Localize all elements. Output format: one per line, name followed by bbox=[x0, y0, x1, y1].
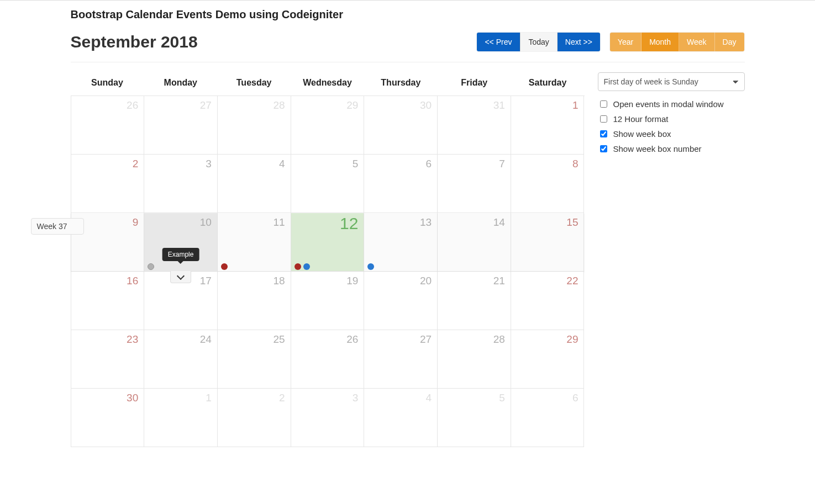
day-number: 23 bbox=[127, 333, 138, 346]
calendar-day-cell[interactable]: 5 bbox=[291, 155, 365, 213]
day-number: 27 bbox=[200, 99, 212, 112]
event-dot[interactable] bbox=[367, 263, 374, 270]
prev-button[interactable]: << Prev bbox=[477, 33, 520, 51]
option-checkbox[interactable] bbox=[600, 145, 607, 152]
event-dots bbox=[367, 263, 374, 270]
sidebar: First day of week is Sunday Open events … bbox=[598, 72, 745, 156]
event-dot[interactable] bbox=[295, 263, 301, 270]
weekday-header: Friday bbox=[438, 72, 511, 96]
day-number: 5 bbox=[353, 158, 359, 170]
calendar-day-cell[interactable]: 8 bbox=[511, 155, 585, 213]
day-number: 19 bbox=[346, 275, 358, 287]
day-number: 26 bbox=[127, 99, 138, 112]
calendar-day-cell[interactable]: 5 bbox=[438, 389, 511, 447]
calendar-day-cell[interactable]: 3 bbox=[144, 155, 218, 213]
event-dot[interactable] bbox=[303, 263, 310, 270]
calendar-day-cell[interactable]: 31 bbox=[438, 96, 511, 155]
today-button[interactable]: Today bbox=[520, 33, 557, 51]
calendar-day-cell[interactable]: 30 bbox=[364, 96, 438, 155]
calendar-day-cell[interactable]: 30 bbox=[71, 389, 145, 447]
day-number: 4 bbox=[279, 158, 285, 170]
day-number: 20 bbox=[420, 275, 432, 287]
calendar-day-cell[interactable]: 12 bbox=[291, 213, 365, 272]
calendar-day-cell[interactable]: 3 bbox=[291, 389, 365, 447]
calendar-day-cell[interactable]: 6 bbox=[364, 155, 438, 213]
day-number: 30 bbox=[420, 99, 432, 112]
week-number-tag[interactable]: Week 37 bbox=[31, 218, 84, 235]
calendar-day-cell[interactable]: 1 bbox=[144, 389, 218, 447]
calendar-day-cell[interactable]: 2 bbox=[71, 155, 145, 213]
day-number: 2 bbox=[133, 158, 139, 170]
event-tooltip: Example bbox=[162, 248, 199, 261]
calendar-day-cell[interactable]: 16 bbox=[71, 272, 145, 330]
option-checkbox[interactable] bbox=[600, 130, 607, 137]
calendar-day-cell[interactable]: 28 bbox=[218, 96, 291, 155]
event-dot[interactable] bbox=[148, 263, 154, 270]
calendar-day-cell[interactable]: 24 bbox=[144, 330, 218, 389]
view-year-button[interactable]: Year bbox=[610, 33, 642, 51]
option-item[interactable]: Show week box number bbox=[598, 141, 745, 156]
calendar-day-cell[interactable]: 6 bbox=[511, 389, 585, 447]
calendar-day-cell[interactable]: 13 bbox=[364, 213, 438, 272]
calendar-day-cell[interactable]: 4 bbox=[364, 389, 438, 447]
view-week-button[interactable]: Week bbox=[679, 33, 715, 51]
first-day-select[interactable]: First day of week is Sunday bbox=[598, 72, 745, 91]
next-button[interactable]: Next >> bbox=[558, 33, 600, 51]
chevron-down-icon bbox=[177, 272, 185, 280]
day-number: 21 bbox=[493, 275, 505, 287]
calendar-day-cell[interactable]: 29 bbox=[291, 96, 365, 155]
calendar-day-cell[interactable]: 21 bbox=[438, 272, 511, 330]
day-number: 18 bbox=[274, 275, 285, 287]
day-number: 26 bbox=[346, 333, 358, 346]
calendar-day-cell[interactable]: 4 bbox=[218, 155, 291, 213]
event-dot[interactable] bbox=[221, 263, 228, 270]
view-day-button[interactable]: Day bbox=[715, 33, 744, 51]
calendar-day-cell[interactable]: 20 bbox=[364, 272, 438, 330]
option-checkbox[interactable] bbox=[600, 100, 607, 108]
option-item[interactable]: 12 Hour format bbox=[598, 112, 745, 126]
day-number: 28 bbox=[493, 333, 505, 346]
calendar-month-title: September 2018 bbox=[71, 33, 198, 51]
calendar-day-cell[interactable]: 7 bbox=[438, 155, 511, 213]
option-item[interactable]: Show week box bbox=[598, 126, 745, 141]
day-number: 17 bbox=[200, 275, 212, 287]
expand-events-toggle[interactable] bbox=[170, 271, 191, 283]
day-number: 25 bbox=[274, 333, 285, 346]
calendar-day-cell[interactable]: 1 bbox=[511, 96, 585, 155]
day-number: 29 bbox=[346, 99, 358, 112]
day-number: 3 bbox=[353, 392, 359, 404]
calendar-day-cell[interactable]: 23 bbox=[71, 330, 145, 389]
weekday-header: Tuesday bbox=[217, 72, 291, 96]
day-number: 22 bbox=[566, 275, 578, 287]
nav-button-group: << Prev Today Next >> bbox=[476, 32, 600, 52]
option-item[interactable]: Open events in modal window bbox=[598, 97, 745, 112]
day-number: 24 bbox=[200, 333, 212, 346]
day-number: 10 bbox=[200, 216, 212, 229]
day-number: 15 bbox=[566, 216, 578, 229]
option-checkbox[interactable] bbox=[600, 115, 607, 123]
toolbar: << Prev Today Next >> Year Month Week Da… bbox=[476, 32, 744, 52]
calendar-day-cell[interactable]: 26 bbox=[291, 330, 365, 389]
weekday-header: Saturday bbox=[511, 72, 585, 96]
calendar-day-cell[interactable]: 18 bbox=[218, 272, 291, 330]
calendar-day-cell[interactable]: 29 bbox=[511, 330, 585, 389]
calendar-day-cell[interactable]: 14 bbox=[438, 213, 511, 272]
calendar-day-cell[interactable]: 19 bbox=[291, 272, 365, 330]
calendar-day-cell[interactable]: 2 bbox=[218, 389, 291, 447]
calendar-day-cell[interactable]: 10Example bbox=[144, 213, 218, 272]
view-month-button[interactable]: Month bbox=[642, 33, 679, 51]
day-number: 7 bbox=[499, 158, 505, 170]
calendar: SundayMondayTuesdayWednesdayThursdayFrid… bbox=[71, 72, 585, 447]
calendar-day-cell[interactable]: 26 bbox=[71, 96, 145, 155]
calendar-day-cell[interactable]: 11 bbox=[218, 213, 291, 272]
calendar-day-cell[interactable]: 27 bbox=[364, 330, 438, 389]
calendar-day-cell[interactable]: 27 bbox=[144, 96, 218, 155]
calendar-day-cell[interactable]: 28 bbox=[438, 330, 511, 389]
day-number: 6 bbox=[572, 392, 579, 404]
day-number: 11 bbox=[274, 216, 285, 229]
day-number: 6 bbox=[425, 158, 432, 170]
calendar-day-cell[interactable]: 15 bbox=[511, 213, 585, 272]
calendar-day-cell[interactable]: 25 bbox=[218, 330, 291, 389]
option-label: 12 Hour format bbox=[613, 114, 669, 124]
calendar-day-cell[interactable]: 22 bbox=[511, 272, 585, 330]
